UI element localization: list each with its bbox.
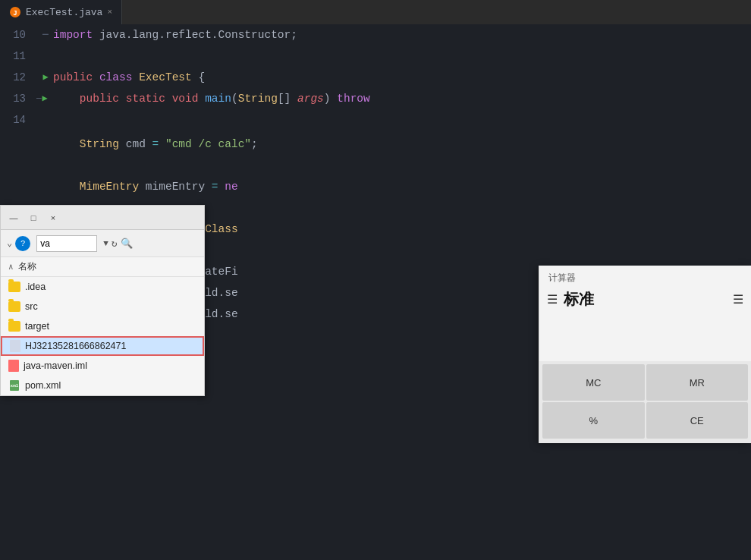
dropdown-arrow-icon[interactable]: ▼ (103, 239, 108, 248)
gutter-13: ▶ ─ (38, 88, 53, 109)
pom-icon: xml (8, 379, 20, 392)
calc-row-mem: MC MR (542, 364, 748, 401)
file-item-pom[interactable]: xml pom.xml (1, 376, 204, 395)
calc-buttons-area: MC MR % CE (539, 361, 751, 443)
file-explorer-window: — □ × ⌄ ? ▼ ↻ 🔍 ∧ 名称 .idea src (0, 205, 205, 396)
file-list-header: ∧ 名称 (1, 257, 204, 277)
calc-mode-bar: ☰ 标准 ☰ (539, 286, 751, 316)
file-icon-iml (8, 360, 19, 372)
calc-mode-label: 标准 (564, 289, 727, 310)
tab-filename: ExecTest.java (26, 7, 102, 18)
file-item-iml[interactable]: java-maven.iml (1, 356, 204, 376)
file-name-iml: java-maven.iml (24, 360, 87, 371)
file-name-pom: pom.xml (25, 380, 61, 391)
file-item-idea[interactable]: .idea (1, 277, 204, 297)
code-line-mime: MimeEntry mimeEntry = ne (0, 176, 751, 197)
calc-btn-mc[interactable]: MC (542, 364, 645, 401)
file-item-src[interactable]: src (1, 297, 204, 316)
address-input[interactable] (36, 235, 97, 252)
file-icon-hj (10, 340, 20, 352)
maximize-button[interactable]: □ (27, 211, 40, 225)
line-content-mime: MimeEntry mimeEntry = ne (53, 176, 751, 197)
folder-icon-target (8, 321, 20, 332)
bookmark-icon-10: ─ (42, 24, 49, 46)
address-bar (36, 235, 97, 252)
line-number-13: 13 (0, 88, 38, 109)
line-number-11: 11 (0, 46, 38, 67)
file-name-hj: HJ32135281666862471 (25, 341, 126, 351)
file-name-src: src (25, 301, 38, 312)
java-file-icon: J (9, 6, 21, 18)
code-line-13: 13 ▶ ─ public static void main(String[] … (0, 88, 751, 109)
refresh-icon[interactable]: ↻ (112, 238, 118, 250)
line-number-14: 14 (0, 109, 38, 131)
line-content-cmd: String cmd = "cmd /c calc"; (53, 134, 751, 155)
line-number-12: 12 (0, 67, 38, 88)
code-line-10: 10 ─ import java.lang.reflect.Constructo… (0, 24, 751, 46)
tab-close-button[interactable]: × (107, 8, 112, 17)
folder-icon-src (8, 301, 20, 312)
window-titlebar: — □ × (1, 206, 204, 230)
help-button[interactable]: ? (15, 236, 30, 251)
code-line-cmd: String cmd = "cmd /c calc"; (0, 134, 751, 155)
calculator-window: 计算器 ☰ 标准 ☰ MC MR % CE (539, 266, 751, 443)
code-line-11: 11 (0, 46, 751, 67)
tab-bar: J ExecTest.java × (0, 0, 751, 24)
window-controls: — □ × (7, 211, 60, 225)
calc-display (539, 316, 751, 361)
window-toolbar: ⌄ ? ▼ ↻ 🔍 (1, 230, 204, 257)
sort-icon: ∧ (8, 262, 14, 272)
code-line-blank1 (0, 155, 751, 176)
calc-row-ops: % CE (542, 402, 748, 439)
folder-icon-idea (8, 282, 20, 292)
column-name-header: 名称 (18, 260, 36, 273)
gutter-12: ▶ (38, 67, 53, 88)
tab-exectest[interactable]: J ExecTest.java × (0, 0, 122, 24)
svg-text:xml: xml (11, 383, 19, 389)
ide-window: J ExecTest.java × 10 ─ import java.lang.… (0, 0, 751, 560)
bookmark-icon-13: ─ (36, 88, 42, 109)
file-item-target[interactable]: target (1, 316, 204, 336)
line-content-10: import java.lang.reflect.Constructor; (53, 24, 751, 46)
calc-btn-mr[interactable]: MR (646, 364, 749, 401)
gutter-10: ─ (38, 24, 53, 46)
chevron-down-icon: ⌄ (7, 238, 12, 249)
code-line-12: 12 ▶ public class ExecTest { (0, 67, 751, 88)
line-content-12: public class ExecTest { (53, 67, 751, 88)
calc-btn-ce[interactable]: CE (646, 402, 749, 439)
close-button[interactable]: × (46, 211, 60, 225)
file-item-hj[interactable]: HJ32135281666862471 (1, 336, 204, 356)
history-icon[interactable]: ☰ (733, 292, 743, 307)
minimize-button[interactable]: — (7, 211, 20, 225)
code-line-14: 14 (0, 109, 751, 131)
run-arrow-13[interactable]: ▶ (42, 88, 47, 109)
hamburger-menu-icon[interactable]: ☰ (547, 292, 558, 307)
calc-title: 计算器 (539, 266, 751, 286)
line-content-13: public static void main(String[] args) t… (53, 88, 751, 109)
file-name-idea: .idea (25, 282, 46, 292)
calc-btn-percent[interactable]: % (542, 402, 645, 439)
search-icon[interactable]: 🔍 (121, 238, 133, 250)
run-arrow-12[interactable]: ▶ (42, 67, 48, 88)
line-number-10: 10 (0, 24, 38, 46)
file-name-target: target (25, 321, 49, 332)
svg-text:J: J (13, 10, 17, 17)
